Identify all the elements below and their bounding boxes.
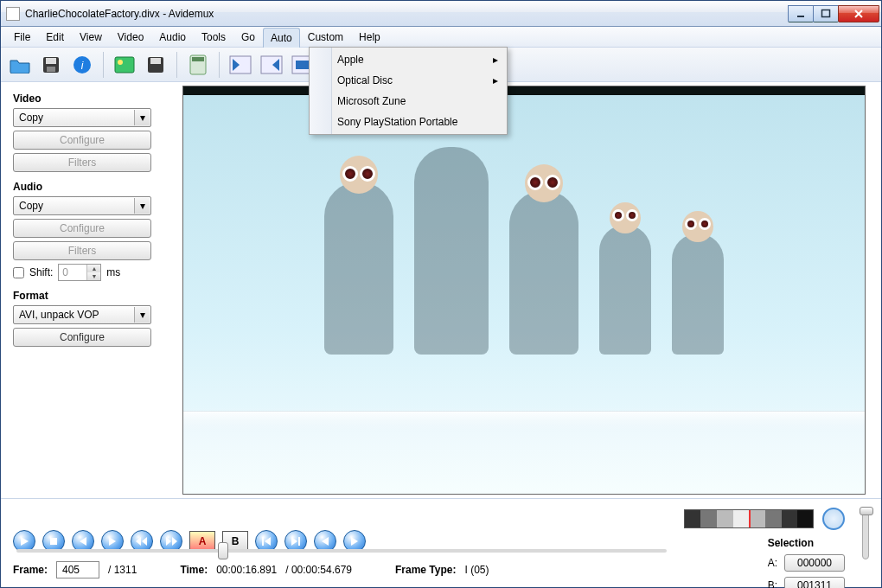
audio-shift-row: Shift: 0 ▲▼ ms [13,264,174,281]
bottom-panel: Selection A: 000000 B: 001311 [1,498,881,587]
vertical-thumb[interactable] [860,507,873,515]
menu-label: View [80,31,102,43]
info-button[interactable]: i [68,51,96,79]
jog-marker [749,510,751,527]
value: 000000 [797,557,832,569]
preview-content [183,147,865,355]
svg-rect-17 [50,538,57,545]
toolbar-separator [176,52,177,78]
video-filters-button[interactable]: Filters [13,153,151,172]
frame-label: Frame: [13,564,48,576]
selection-a-value[interactable]: 000000 [784,554,845,572]
menu-custom[interactable]: Custom [300,27,351,47]
shift-unit: ms [106,266,120,278]
audio-configure-button[interactable]: Configure [13,219,151,238]
video-section-label: Video [13,93,174,105]
save-image-button[interactable] [142,51,169,79]
video-configure-button[interactable]: Configure [13,131,151,150]
svg-rect-1 [822,10,830,16]
figure [672,233,724,355]
auto-menu-psp[interactable]: Sony PlayStation Portable [311,112,505,132]
select-value: Copy [19,112,43,124]
status-row: Frame: 405 / 1311 Time: 00:00:16.891 / 0… [13,561,566,578]
open-image-button[interactable] [111,51,138,79]
figure [509,190,578,355]
video-preview[interactable] [182,86,866,495]
menu-label: Help [359,31,380,43]
auto-menu-zune[interactable]: Microsoft Zune [311,91,505,112]
sidebar: Video Copy ▾ Configure Filters Audio Cop… [1,82,182,498]
video-codec-select[interactable]: Copy ▾ [13,108,151,127]
menu-label: Edit [46,31,64,43]
chevron-down-icon: ▾ [134,307,150,323]
svg-rect-18 [262,537,264,546]
menu-video[interactable]: Video [110,27,151,47]
selection-a-row: A: 000000 [768,554,845,572]
selection-b-value[interactable]: 001311 [784,577,845,588]
auto-menu-optical-disc[interactable]: Optical Disc ▸ [311,70,505,91]
timeline-slider[interactable] [16,549,667,553]
button-label: Configure [60,331,105,343]
frame-input[interactable]: 405 [56,561,99,578]
right-controls: Selection A: 000000 B: 001311 [684,508,869,588]
menu-file[interactable]: File [6,27,38,47]
button-label: Filters [68,157,97,169]
selection-label: Selection [768,537,845,549]
time-total: / 00:00:54.679 [285,564,352,576]
menu-label: Tools [201,31,226,43]
jog-wheel[interactable] [684,509,814,528]
auto-menu-apple[interactable]: Apple ▸ [311,49,505,70]
menu-go[interactable]: Go [233,27,263,47]
selection-panel: Selection A: 000000 B: 001311 [768,537,845,588]
title-bar: CharlieChocolateFactory.divx - Avidemux [1,1,881,27]
menu-auto[interactable]: Auto [263,28,300,48]
maximize-button[interactable] [813,5,839,22]
audio-codec-select[interactable]: Copy ▾ [13,196,151,215]
figure [414,147,489,355]
format-select[interactable]: AVI, unpack VOP ▾ [13,305,151,324]
open-file-button[interactable] [6,51,34,79]
spin-down-icon[interactable]: ▼ [86,272,100,280]
shift-spinner[interactable]: 0 ▲▼ [58,264,101,281]
submenu-arrow-icon: ▸ [493,74,498,86]
menuitem-label: Optical Disc [337,74,393,86]
frame-total: / 1311 [108,564,137,576]
select-value: AVI, unpack VOP [19,309,99,321]
menu-label: Video [118,31,144,43]
calculator-button[interactable] [184,51,212,79]
select-value: Copy [19,200,43,212]
marker-a-tool[interactable] [227,51,254,79]
menu-bar: File Edit View Video Audio Tools Go Auto… [1,27,881,48]
menu-audio[interactable]: Audio [151,27,194,47]
svg-rect-0 [797,16,804,17]
close-button[interactable] [838,5,879,22]
save-button[interactable] [37,51,65,79]
menu-tools[interactable]: Tools [194,27,233,47]
menu-view[interactable]: View [72,27,110,47]
svg-rect-3 [46,58,56,64]
spinner-buttons: ▲▼ [86,265,100,280]
spin-up-icon[interactable]: ▲ [86,265,100,272]
audio-section-label: Audio [13,181,174,193]
svg-rect-4 [47,67,55,72]
volume-dial[interactable] [822,508,845,530]
shift-value: 0 [62,266,68,278]
menu-edit[interactable]: Edit [38,27,72,47]
selection-b-row: B: 001311 [768,577,845,588]
svg-rect-7 [115,57,134,73]
menu-help[interactable]: Help [351,27,388,47]
format-configure-button[interactable]: Configure [13,328,151,347]
frametype-value: I (05) [464,564,489,576]
time-value: 00:00:16.891 [216,564,277,576]
menu-label: Auto [271,32,292,44]
submenu-arrow-icon: ▸ [493,54,498,66]
app-icon [6,7,20,21]
audio-filters-button[interactable]: Filters [13,241,151,260]
vertical-slider[interactable] [862,508,869,559]
shift-checkbox[interactable] [13,267,24,278]
format-section-label: Format [13,290,174,302]
marker-b-tool[interactable] [258,51,285,79]
minimize-button[interactable] [788,5,814,22]
timeline-thumb[interactable] [218,542,228,559]
main-area: Video Copy ▾ Configure Filters Audio Cop… [1,82,881,498]
